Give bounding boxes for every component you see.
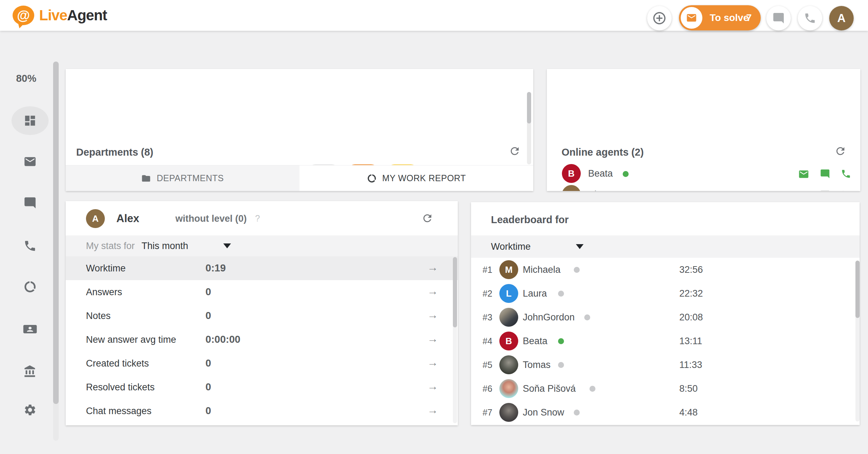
status-dot <box>558 362 564 368</box>
sidebar-item-chats[interactable] <box>12 189 49 217</box>
arrow-right-icon[interactable]: → <box>427 356 438 369</box>
chat-action-icon[interactable] <box>820 190 830 191</box>
metric-dropdown[interactable]: Worktime <box>491 241 531 252</box>
left-sidebar: 80% <box>0 31 52 454</box>
arrow-right-icon[interactable]: → <box>427 404 438 417</box>
rank-label: #5 <box>483 360 492 370</box>
chevron-down-icon <box>223 243 231 248</box>
metric-value: 11:33 <box>679 360 702 370</box>
avatar: M <box>499 260 518 279</box>
phone-action-icon[interactable] <box>841 190 851 191</box>
rank-label: #6 <box>483 384 492 394</box>
agent-row[interactable]: A Alex <box>547 184 860 191</box>
sidebar-item-dashboard[interactable] <box>12 106 49 135</box>
stat-value: 0:19 <box>205 262 226 274</box>
stats-scrollbar-track[interactable] <box>453 257 457 423</box>
sidebar-item-worktime[interactable] <box>12 272 49 301</box>
stat-row[interactable]: Chat messages 0 → <box>66 399 458 423</box>
stat-row[interactable]: Worktime 0:19 → <box>66 256 458 280</box>
avatar <box>499 403 518 422</box>
period-label: My stats for <box>86 241 135 251</box>
leaderboard-row: #5 Tomas 11:33 <box>471 353 860 377</box>
stat-row[interactable]: Created tickets 0 → <box>66 352 458 375</box>
to-solve-label: To solve <box>710 12 749 23</box>
phone-action-icon[interactable] <box>841 169 851 180</box>
chats-button[interactable] <box>766 6 791 30</box>
sidebar-item-contacts[interactable] <box>12 315 49 343</box>
to-solve-button[interactable]: To solve 7 <box>679 5 761 30</box>
avatar-initial: A <box>837 12 846 25</box>
phone-icon <box>23 239 37 253</box>
departments-scrollbar-track[interactable] <box>527 92 531 164</box>
status-dot <box>584 314 590 320</box>
avatar <box>499 308 518 327</box>
sidebar-item-calls[interactable] <box>12 232 49 260</box>
tab-my-work-report[interactable]: MY WORK REPORT <box>299 165 533 191</box>
calls-button[interactable] <box>798 6 822 30</box>
arrow-right-icon[interactable]: → <box>427 261 438 274</box>
zoom-level-label: 80% <box>0 73 52 84</box>
stat-value: 0 <box>205 357 211 369</box>
rank-label: #4 <box>483 336 492 346</box>
refresh-icon[interactable] <box>509 145 521 157</box>
to-solve-count: 7 <box>746 12 752 23</box>
refresh-icon[interactable] <box>421 212 433 224</box>
arrow-right-icon[interactable]: → <box>427 333 438 345</box>
leaderboard-scrollbar-thumb[interactable] <box>855 261 860 318</box>
bank-icon <box>23 365 37 378</box>
metric-band: Worktime <box>471 235 860 258</box>
user-avatar[interactable]: A <box>829 6 854 30</box>
period-band: My stats for This month <box>66 235 458 256</box>
add-button[interactable] <box>647 6 672 30</box>
liveagent-bubble-icon: @ <box>13 6 34 25</box>
departments-scrollbar-thumb[interactable] <box>527 92 531 123</box>
content-scrollbar-track[interactable] <box>53 62 59 441</box>
mail-icon <box>681 7 702 29</box>
arrow-right-icon[interactable]: → <box>427 309 438 321</box>
metric-value: 4:48 <box>679 407 698 418</box>
worktime-icon <box>23 280 37 293</box>
help-icon[interactable]: ? <box>255 213 260 224</box>
agent-row[interactable]: B Beata <box>547 163 860 184</box>
leaderboard-row: #2 L Laura 22:32 <box>471 282 860 305</box>
liveagent-logo[interactable]: @ LiveAgent <box>13 0 107 31</box>
sidebar-item-settings[interactable] <box>12 396 49 424</box>
mail-action-icon[interactable] <box>798 169 809 180</box>
rank-label: #2 <box>483 289 492 299</box>
stat-row[interactable]: Resolved tickets 0 → <box>66 375 458 399</box>
chat-action-icon[interactable] <box>820 169 830 180</box>
agent-rows: B Beata A Alex <box>547 163 860 191</box>
tab-departments[interactable]: DEPARTMENTS <box>66 165 299 191</box>
stat-label: New answer avg time <box>86 334 176 345</box>
avatar: B <box>562 164 581 183</box>
agent-name: JohnGordon <box>523 312 575 323</box>
mail-action-icon[interactable] <box>798 190 809 191</box>
contacts-icon <box>23 323 37 335</box>
online-agents-title: Online agents (2) <box>562 147 644 158</box>
refresh-icon[interactable] <box>834 145 846 157</box>
metric-value: 32:56 <box>679 264 703 275</box>
status-dot <box>589 386 595 392</box>
rank-label: #1 <box>483 265 492 275</box>
stats-scrollbar-thumb[interactable] <box>453 257 457 327</box>
chat-icon <box>23 196 37 210</box>
sidebar-item-company[interactable] <box>12 357 49 386</box>
avatar <box>499 355 518 374</box>
period-dropdown[interactable]: This month <box>142 241 188 251</box>
period-value: This month <box>142 241 188 251</box>
stat-row[interactable]: Answers 0 → <box>66 280 458 304</box>
stat-row[interactable]: New answer avg time 0:00:00 → <box>66 328 458 352</box>
agent-name: Jon Snow <box>523 407 564 418</box>
metric-value: 13:11 <box>679 336 702 347</box>
stat-value: 0 <box>205 286 211 298</box>
stat-row[interactable]: Notes 0 → <box>66 304 458 328</box>
metric-value: Worktime <box>491 241 531 252</box>
arrow-right-icon[interactable]: → <box>427 380 438 393</box>
leader-rows: #1 M Michaela 32:56 #2 L Laura 22:32 #3 … <box>471 258 860 424</box>
mail-icon <box>23 155 37 168</box>
sidebar-item-tickets[interactable] <box>12 147 49 176</box>
content-scrollbar-thumb[interactable] <box>53 62 59 404</box>
arrow-right-icon[interactable]: → <box>427 285 438 298</box>
leaderboard-scrollbar-track[interactable] <box>855 261 860 421</box>
leaderboard-card: Leaderboard for Worktime #1 M Michaela 3… <box>471 202 860 425</box>
